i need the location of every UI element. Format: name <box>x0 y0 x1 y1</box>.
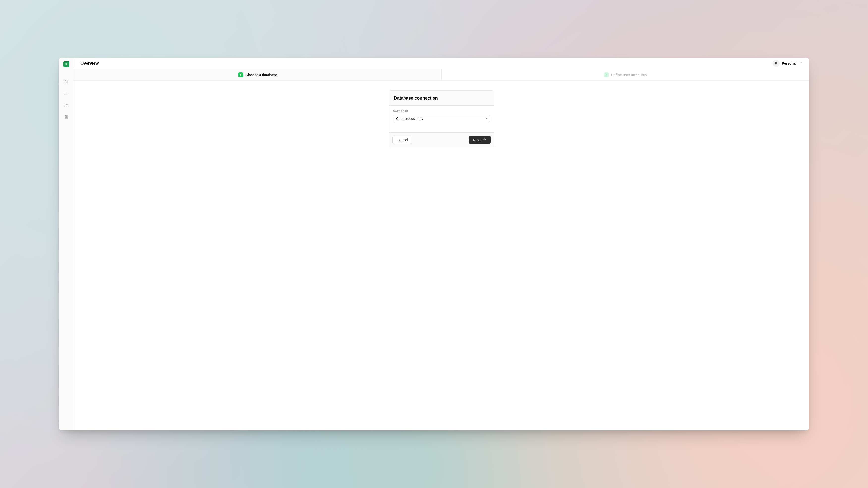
sidebar: ⊞ <box>59 58 74 430</box>
cancel-button-label: Cancel <box>397 138 408 142</box>
svg-point-2 <box>65 116 68 117</box>
svg-point-1 <box>67 104 68 105</box>
next-button-label: Next <box>473 138 480 142</box>
card-title: Database connection <box>394 96 489 101</box>
database-connection-card: Database connection DATABASE Chatterdocs… <box>389 90 494 147</box>
step-1-number: 1 <box>238 72 243 77</box>
nav-analytics[interactable] <box>61 89 71 99</box>
chevron-down-icon <box>799 61 803 65</box>
card-header: Database connection <box>389 91 494 105</box>
home-icon <box>64 79 69 85</box>
database-select-wrapper: Chatterdocs | dev <box>393 115 490 122</box>
next-button[interactable]: Next <box>469 135 491 144</box>
card-footer: Cancel Next <box>389 132 494 147</box>
account-switcher[interactable]: P Personal <box>773 60 803 67</box>
stepper: 1 Choose a database 2 Define user attrib… <box>74 69 809 80</box>
content-area: Database connection DATABASE Chatterdocs… <box>74 80 809 430</box>
step-2-label: Define user attributes <box>611 73 647 77</box>
app-window: ⊞ Overview P Pers <box>59 58 809 430</box>
bar-chart-icon <box>64 91 69 97</box>
app-logo: ⊞ <box>63 61 69 67</box>
database-select[interactable]: Chatterdocs | dev <box>393 115 490 122</box>
database-icon <box>64 115 69 120</box>
arrow-right-icon <box>483 137 486 142</box>
card-body: DATABASE Chatterdocs | dev <box>389 105 494 132</box>
svg-point-0 <box>65 104 66 105</box>
step-1-label: Choose a database <box>246 73 277 77</box>
cancel-button[interactable]: Cancel <box>392 135 412 144</box>
step-2-number: 2 <box>604 72 609 77</box>
nav-home[interactable] <box>61 77 71 87</box>
nav-database[interactable] <box>61 113 71 123</box>
main-column: Overview P Personal 1 Choose a database … <box>74 58 809 430</box>
avatar: P <box>773 60 779 67</box>
nav-users[interactable] <box>61 101 71 111</box>
step-1[interactable]: 1 Choose a database <box>74 69 441 80</box>
users-icon <box>64 103 69 108</box>
step-2[interactable]: 2 Define user attributes <box>441 69 809 80</box>
topbar: Overview P Personal <box>74 58 809 69</box>
account-label: Personal <box>782 61 797 65</box>
database-field-label: DATABASE <box>393 110 490 113</box>
page-title: Overview <box>80 61 99 66</box>
